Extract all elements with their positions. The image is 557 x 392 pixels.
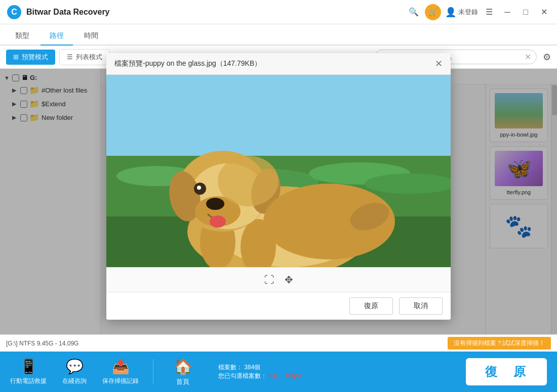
- svg-point-22: [218, 156, 278, 206]
- home-action[interactable]: 🏠 首頁: [168, 358, 198, 386]
- file-count-value: 384個: [244, 364, 260, 371]
- consult-action[interactable]: 💬 在綫咨詢: [57, 358, 92, 385]
- preview-mode-button[interactable]: ⊞ 預覽模式: [6, 50, 55, 65]
- modal-header: 檔案預覽-puppy on the glass.jpg（147.79KB） ✕: [106, 53, 451, 75]
- svg-text:C: C: [11, 8, 17, 16]
- home-icon: 🏠: [174, 358, 192, 375]
- menu-button[interactable]: ☰: [482, 5, 496, 19]
- svg-rect-2: [106, 75, 451, 166]
- search-clear-icon[interactable]: ✕: [525, 52, 531, 62]
- cart-button[interactable]: 🛒: [425, 4, 441, 20]
- list-mode-button[interactable]: ☰ 列表模式: [59, 49, 110, 65]
- user-icon: 👤: [445, 7, 456, 18]
- search-button[interactable]: 🔍: [407, 5, 421, 19]
- svg-point-20: [197, 186, 201, 190]
- user-area[interactable]: 👤 未登錄: [445, 7, 478, 18]
- filter-icon[interactable]: ⚙: [543, 52, 551, 63]
- modal-cancel-button[interactable]: 取消: [399, 297, 443, 315]
- modal-restore-button[interactable]: 復原: [349, 297, 393, 315]
- tab-type[interactable]: 類型: [6, 27, 38, 46]
- home-label: 首頁: [176, 377, 189, 386]
- svg-point-21: [210, 215, 226, 228]
- mobile-icon: 📱: [20, 358, 37, 375]
- list-icon: ☰: [67, 53, 73, 61]
- save-scan-icon: 📤: [112, 358, 130, 375]
- tab-bar: 類型 路徑 時間: [0, 24, 557, 46]
- mobile-rescue-action[interactable]: 📱 行動電話救援: [10, 358, 47, 385]
- status-bar: [G:\] NTFS 9.45G - 14.09G 沒有掃描到檔案？試試深度掃描…: [0, 334, 557, 352]
- modal-image-area: [106, 75, 451, 267]
- modal-toolbar: ⛶ ✥: [106, 267, 451, 292]
- title-bar: C Bitwar Data Recovery 🔍 🛒 👤 未登錄 ☰ ─ □ ✕: [0, 0, 557, 24]
- consult-icon: 💬: [66, 358, 84, 375]
- puppy-svg: [106, 75, 451, 267]
- maximize-button[interactable]: □: [519, 5, 533, 19]
- mobile-label: 行動電話救援: [10, 377, 47, 385]
- preview-modal: 檔案預覽-puppy on the glass.jpg（147.79KB） ✕: [106, 53, 451, 320]
- bottom-divider: [153, 359, 153, 384]
- selected-size: 0Byte: [286, 372, 301, 379]
- save-scan-action[interactable]: 📤 保存掃描記錄: [102, 358, 139, 385]
- file-count-label: 檔案數：: [218, 364, 243, 371]
- consult-label: 在綫咨詢: [62, 377, 87, 385]
- app-title: Bitwar Data Recovery: [26, 8, 407, 17]
- close-button[interactable]: ✕: [537, 5, 551, 19]
- selected-label: 您已勾選檔案數：: [218, 372, 267, 379]
- svg-point-18: [206, 198, 224, 210]
- app-logo: C: [6, 4, 22, 20]
- user-label: 未登錄: [458, 8, 478, 17]
- save-scan-label: 保存掃描記錄: [102, 377, 139, 385]
- grid-icon: ⊞: [13, 53, 19, 61]
- tab-time[interactable]: 時間: [75, 27, 107, 46]
- main-restore-button[interactable]: 復 原: [466, 358, 547, 385]
- modal-close-button[interactable]: ✕: [435, 58, 443, 69]
- bottom-stats: 檔案數： 384個 您已勾選檔案數： 0個， 0Byte: [208, 363, 456, 380]
- fit-screen-button[interactable]: ⛶: [264, 274, 274, 286]
- deep-scan-button[interactable]: 沒有掃描到檔案？試試深度掃描！: [448, 337, 551, 350]
- modal-title: 檔案預覽-puppy on the glass.jpg（147.79KB）: [114, 59, 261, 68]
- path-info: [G:\] NTFS 9.45G - 14.09G: [6, 340, 78, 347]
- title-actions: 🔍 🛒 👤 未登錄 ☰ ─ □ ✕: [407, 4, 551, 20]
- modal-overlay: 檔案預覽-puppy on the glass.jpg（147.79KB） ✕: [0, 69, 557, 334]
- move-tool-button[interactable]: ✥: [285, 274, 293, 286]
- selected-count: 0個，: [268, 372, 284, 379]
- modal-footer: 復原 取消: [106, 292, 451, 320]
- tab-path[interactable]: 路徑: [41, 27, 73, 46]
- minimize-button[interactable]: ─: [500, 5, 514, 19]
- bottom-bar: 📱 行動電話救援 💬 在綫咨詢 📤 保存掃描記錄 🏠 首頁 檔案數： 384個 …: [0, 352, 557, 392]
